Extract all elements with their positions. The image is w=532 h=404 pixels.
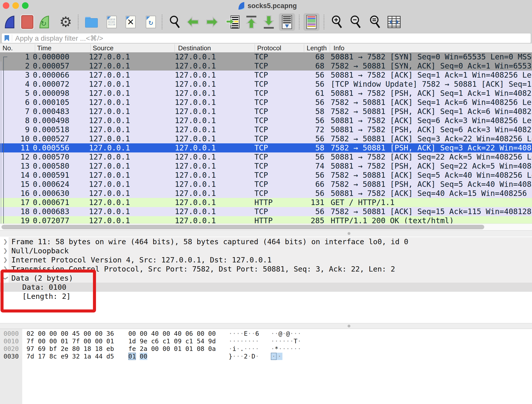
hex-row-0000[interactable]: 000002 00 00 00 45 00 00 3600 00 40 00 4… [0, 330, 532, 338]
details-row[interactable]: ❯Null/Loopback [0, 246, 532, 255]
details-row[interactable]: ❯Internet Protocol Version 4, Src: 127.0… [0, 255, 532, 264]
packet-row-8[interactable]: 80.000498127.0.0.1127.0.0.1TCP5650881 → … [0, 116, 532, 125]
column-divider[interactable] [175, 44, 175, 52]
ascii-group2[interactable]: ·*······ [271, 345, 301, 353]
packet-row-12[interactable]: 120.000570127.0.0.1127.0.0.1TCP5650881 →… [0, 152, 532, 162]
ascii-group2[interactable]: ······T· [271, 338, 301, 345]
column-divider[interactable] [255, 44, 255, 52]
previous-packet-button[interactable] [185, 13, 201, 31]
splitter-handle-dot[interactable] [348, 325, 350, 327]
pane-splitter-bottom[interactable] [0, 323, 532, 329]
packet-row-2[interactable]: 20.000057127.0.0.1127.0.0.1TCP687582 → 5… [0, 61, 532, 71]
start-capture-button[interactable] [2, 13, 18, 31]
hex-row-0020[interactable]: 002097 69 bf 2e 80 18 18 ebfe 2a 00 00 0… [0, 345, 532, 353]
hex-row-0030[interactable]: 00307d 17 8c e9 32 1a 44 d501 00}···2·D·… [0, 353, 532, 360]
column-divider[interactable] [330, 44, 330, 52]
packet-row-14[interactable]: 140.000591127.0.0.1127.0.0.1TCP567582 → … [0, 171, 532, 180]
column-divider[interactable] [90, 44, 91, 52]
packet-row-19[interactable]: 190.072077127.0.0.1127.0.0.1HTTP285HTTP/… [0, 216, 532, 223]
packet-row-3[interactable]: 30.000066127.0.0.1127.0.0.1TCP5650881 → … [0, 71, 532, 80]
hex-bytes-group2[interactable]: fe 2a 00 00 01 01 08 0a [128, 345, 216, 353]
hex-bytes-group1[interactable]: 7f 00 00 01 7f 00 00 01 [27, 338, 114, 345]
stop-capture-button[interactable] [19, 13, 35, 31]
selected-ascii-char[interactable]: · [277, 353, 282, 360]
column-header-time[interactable]: Time [37, 43, 88, 53]
find-packet-button[interactable] [167, 13, 183, 31]
column-divider[interactable] [304, 44, 304, 52]
ascii-group1[interactable]: }···2·D· [229, 353, 259, 360]
packet-bytes-pane[interactable]: 000002 00 00 00 45 00 00 3600 00 40 00 4… [0, 329, 532, 404]
hex-bytes-group2[interactable]: 1d 9e c6 c1 09 c1 54 9d [128, 338, 216, 345]
hex-bytes-group2[interactable]: 01 00 [128, 353, 147, 360]
packet-row-4[interactable]: 40.000072127.0.0.1127.0.0.1TCP56[TCP Win… [0, 80, 532, 89]
packet-row-16[interactable]: 160.000630127.0.0.1127.0.0.1TCP5650881 →… [0, 189, 532, 198]
selected-ascii-char[interactable]: · [271, 353, 277, 360]
column-header-no[interactable]: No. [3, 43, 30, 53]
close-window-button[interactable] [3, 2, 9, 9]
packet-row-17[interactable]: 170.000671127.0.0.1127.0.0.1HTTP131GET /… [0, 198, 532, 207]
packet-row-5[interactable]: 50.000098127.0.0.1127.0.0.1TCP6150881 → … [0, 89, 532, 98]
last-packet-button[interactable] [261, 13, 277, 31]
details-row[interactable]: ❯Frame 11: 58 bytes on wire (464 bits), … [0, 237, 532, 246]
column-header-source[interactable]: Source [93, 43, 174, 53]
chevron-collapsed-icon[interactable]: ❯ [3, 237, 8, 246]
ascii-group2[interactable]: ·· [271, 353, 282, 360]
zoom-in-button[interactable] [329, 13, 345, 31]
next-packet-button[interactable] [204, 13, 220, 31]
cell-time: 0.000098 [33, 89, 89, 98]
first-packet-button[interactable] [243, 13, 259, 31]
restart-capture-button[interactable]: ↻ [36, 13, 52, 31]
packet-row-18[interactable]: 180.000683127.0.0.1127.0.0.1TCP567582 → … [0, 207, 532, 216]
ascii-group1[interactable]: ········ [229, 338, 259, 345]
chevron-collapsed-icon[interactable]: ❯ [3, 255, 8, 264]
go-to-packet-button[interactable] [225, 13, 241, 31]
minimize-window-button[interactable] [12, 2, 19, 9]
reload-file-button[interactable]: ↻ [143, 13, 159, 31]
packet-row-6[interactable]: 60.000105127.0.0.1127.0.0.1TCP567582 → 5… [0, 98, 532, 107]
packet-row-10[interactable]: 100.000527127.0.0.1127.0.0.1TCP567582 → … [0, 134, 532, 143]
horizontal-scrollbar-thumb[interactable] [2, 225, 484, 229]
hex-bytes-group1[interactable]: 02 00 00 00 45 00 00 36 [27, 330, 114, 338]
ascii-group2[interactable]: ··@·@··· [271, 330, 301, 338]
display-filter-input[interactable]: Apply a display filter ...<⌘/> [2, 33, 531, 43]
column-divider[interactable] [35, 44, 35, 52]
packet-row-15[interactable]: 150.000624127.0.0.1127.0.0.1TCP667582 → … [0, 180, 532, 189]
colorize-packets-button[interactable] [303, 13, 320, 31]
selected-byte[interactable]: 00 [140, 353, 147, 360]
column-header-protocol[interactable]: Protocol [257, 43, 303, 53]
cell-len: 74 [301, 162, 324, 171]
column-header-destination[interactable]: Destination [178, 43, 253, 53]
pane-splitter-top[interactable] [0, 230, 532, 237]
packet-list[interactable]: 10.000000127.0.0.1127.0.0.1TCP6850881 → … [0, 52, 532, 223]
zoom-window-button[interactable] [22, 2, 29, 9]
capture-options-button[interactable]: ⚙ [58, 13, 74, 31]
packet-row-13[interactable]: 130.000580127.0.0.1127.0.0.1TCP7450881 →… [0, 162, 532, 171]
horizontal-scrollbar[interactable] [0, 223, 532, 230]
hex-bytes-group1[interactable]: 7d 17 8c e9 32 1a 44 d5 [27, 353, 114, 360]
splitter-handle-dot[interactable] [348, 232, 350, 235]
cell-dst: 127.0.0.1 [175, 134, 254, 143]
resize-columns-button[interactable] [386, 13, 402, 31]
save-file-button[interactable]: 010100110101110 [104, 13, 120, 31]
chevron-collapsed-icon[interactable]: ❯ [3, 246, 8, 255]
open-file-button[interactable] [83, 13, 99, 31]
cell-proto: TCP [254, 80, 301, 89]
hex-bytes-group2[interactable]: 00 00 40 00 40 06 00 00 [128, 330, 216, 338]
column-header-info[interactable]: Info [333, 43, 434, 53]
zoom-out-button[interactable] [348, 13, 364, 31]
zoom-reset-button[interactable] [367, 13, 383, 31]
filter-bookmark-icon[interactable] [4, 35, 9, 41]
packet-row-1[interactable]: 10.000000127.0.0.1127.0.0.1TCP6850881 → … [0, 52, 532, 61]
packet-row-11[interactable]: 110.000556127.0.0.1127.0.0.1TCP587582 → … [0, 143, 532, 152]
cell-no: 17 [0, 198, 30, 207]
ascii-group1[interactable]: ····E··6 [229, 330, 259, 338]
hex-row-0010[interactable]: 00107f 00 00 01 7f 00 00 011d 9e c6 c1 0… [0, 338, 532, 345]
selected-byte-cursor[interactable]: 01 [128, 353, 136, 360]
ascii-group1[interactable]: ·i·.···· [229, 345, 259, 353]
close-file-button[interactable]: ✕ [123, 13, 139, 31]
packet-row-7[interactable]: 70.000483127.0.0.1127.0.0.1TCP587582 → 5… [0, 107, 532, 116]
hex-bytes-group1[interactable]: 97 69 bf 2e 80 18 18 eb [27, 345, 114, 353]
auto-scroll-button[interactable] [279, 13, 295, 31]
column-header-length[interactable]: Length [307, 43, 330, 53]
packet-row-9[interactable]: 90.000518127.0.0.1127.0.0.1TCP7250881 → … [0, 125, 532, 134]
